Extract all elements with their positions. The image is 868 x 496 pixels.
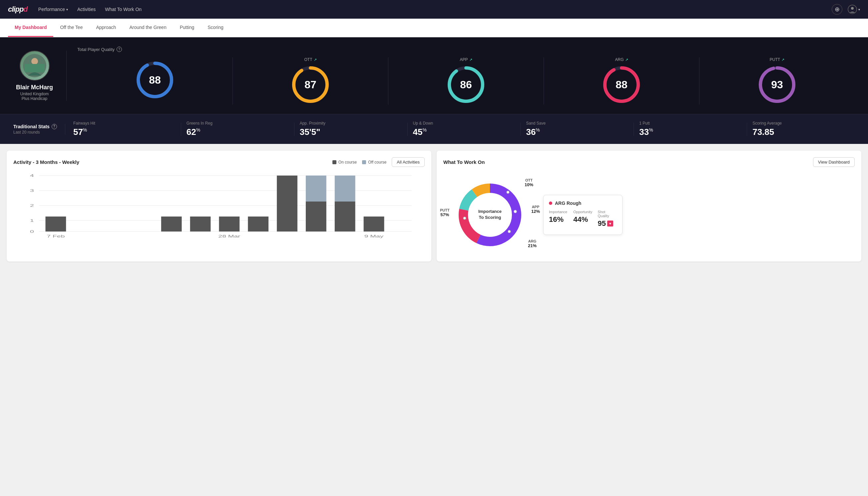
metric-opportunity: Opportunity 44% <box>573 210 592 228</box>
stats-help-icon[interactable]: ? <box>52 124 57 129</box>
logo-text: clipp <box>8 5 23 13</box>
legend-off-course: Off course <box>362 160 386 165</box>
stat-divider-1 <box>181 123 181 136</box>
activity-panel-header: Activity - 3 Months - Weekly On course O… <box>13 157 425 167</box>
donut-arg-label: ARG 21% <box>528 239 537 248</box>
metric-shot-quality: Shot Quality 95 ▼ <box>598 210 617 228</box>
logo[interactable]: clippd <box>8 5 28 14</box>
tab-off-the-tee[interactable]: Off the Tee <box>53 19 89 37</box>
legend-on-course: On course <box>332 160 357 165</box>
gauge-arg-value: 88 <box>616 79 628 91</box>
tab-putting[interactable]: Putting <box>173 19 201 37</box>
gauge-arg-circle: 88 <box>601 65 642 105</box>
stat-fairways-hit: Fairways Hit 57% <box>73 121 175 137</box>
nav-right: ⊕ ▾ <box>832 4 860 15</box>
stat-app-proximity: App. Proximity 35'5" <box>300 121 402 137</box>
bar-w1-on <box>45 217 66 232</box>
player-name: Blair McHarg <box>16 84 53 91</box>
tabs-bar: My Dashboard Off the Tee Approach Around… <box>0 19 868 37</box>
gauge-total-value: 88 <box>149 74 161 86</box>
performance-chevron-icon: ▾ <box>66 7 68 11</box>
stat-sand-save: Sand Save 36% <box>526 121 628 137</box>
stats-bar: Traditional Stats ? Last 20 rounds Fairw… <box>0 114 868 144</box>
arg-rough-dot <box>549 202 552 205</box>
bar-w12-on <box>364 217 384 232</box>
gauge-app-value: 86 <box>460 79 472 91</box>
avatar-icon <box>848 5 857 14</box>
stat-1-putt: 1 Putt 33% <box>639 121 741 137</box>
navbar: clippd Performance ▾ Activities What To … <box>0 0 868 19</box>
quality-section: Total Player Quality ? 88 OTT ↗ <box>77 47 855 105</box>
hero-section: Blair McHarg United Kingdom Plus Handica… <box>0 37 868 114</box>
svg-point-3 <box>31 58 38 65</box>
bar-w11-off <box>335 175 356 202</box>
bar-w7-on <box>219 217 240 232</box>
add-button[interactable]: ⊕ <box>832 4 842 15</box>
gauge-arg: ARG ↗ 88 <box>544 57 699 105</box>
legend-on-course-dot <box>332 160 336 164</box>
gauge-app: APP ↗ 86 <box>388 57 544 105</box>
bar-w5-on <box>161 217 182 232</box>
stat-divider-2 <box>294 123 295 136</box>
user-chevron-icon: ▾ <box>858 7 860 11</box>
putt-trend-icon: ↗ <box>782 58 784 62</box>
ott-trend-icon: ↗ <box>314 58 317 62</box>
svg-text:28 Mar: 28 Mar <box>218 234 240 238</box>
work-on-panel-title: What To Work On <box>443 159 485 165</box>
activity-panel-title: Activity - 3 Months - Weekly <box>13 159 79 165</box>
nav-links: Performance ▾ Activities What To Work On <box>38 1 821 17</box>
bottom-panels: Activity - 3 Months - Weekly On course O… <box>0 144 868 268</box>
donut-section: Importance To Scoring OTT 10% <box>443 172 855 255</box>
tab-around-the-green[interactable]: Around the Green <box>123 19 173 37</box>
gauge-ott: OTT ↗ 87 <box>233 57 388 105</box>
shot-quality-flag-icon: ▼ <box>607 220 613 227</box>
arg-trend-icon: ↗ <box>625 58 628 62</box>
work-on-panel: What To Work On View Dashboard <box>437 151 861 262</box>
donut-ott-dot <box>507 191 509 193</box>
activity-chart-svg: 4 3 2 1 0 <box>13 172 425 239</box>
gauge-ott-circle: 87 <box>290 65 330 105</box>
stat-divider-3 <box>407 123 408 136</box>
bar-w10-on <box>306 202 327 232</box>
stat-divider-5 <box>633 123 634 136</box>
player-handicap: Plus Handicap <box>22 96 47 101</box>
help-icon[interactable]: ? <box>116 47 122 52</box>
tab-scoring[interactable]: Scoring <box>201 19 230 37</box>
nav-performance[interactable]: Performance ▾ <box>38 1 68 17</box>
legend-off-course-dot <box>362 160 366 164</box>
bar-w11-on <box>335 202 356 232</box>
donut-app-dot <box>514 210 517 213</box>
svg-text:2: 2 <box>30 203 34 207</box>
player-avatar-image <box>23 54 46 77</box>
quality-title: Total Player Quality ? <box>77 47 855 52</box>
all-activities-button[interactable]: All Activities <box>392 157 425 167</box>
activity-panel-controls: On course Off course All Activities <box>332 157 425 167</box>
bar-w6-on <box>190 217 211 232</box>
stat-divider-4 <box>520 123 521 136</box>
arg-rough-title: ARG Rough <box>549 201 617 206</box>
donut-ott-label: OTT 10% <box>525 178 533 187</box>
svg-text:0: 0 <box>30 230 34 233</box>
donut-arg-dot <box>508 230 510 233</box>
stat-greens-in-reg: Greens In Reg 62% <box>187 121 289 137</box>
metric-importance: Importance 16% <box>549 210 568 228</box>
stat-up-down: Up & Down 45% <box>413 121 515 137</box>
tab-approach[interactable]: Approach <box>89 19 123 37</box>
donut-putt-dot <box>463 217 466 219</box>
svg-text:7 Feb: 7 Feb <box>47 234 65 238</box>
nav-activities[interactable]: Activities <box>77 1 96 17</box>
donut-center-label-1: Importance <box>478 209 502 214</box>
view-dashboard-button[interactable]: View Dashboard <box>813 157 855 167</box>
app-trend-icon: ↗ <box>469 58 472 62</box>
work-on-panel-header: What To Work On View Dashboard <box>443 157 855 167</box>
arg-rough-metrics: Importance 16% Opportunity 44% Shot Qual… <box>549 210 617 228</box>
svg-text:3: 3 <box>30 188 34 192</box>
user-menu-button[interactable]: ▾ <box>848 5 860 14</box>
donut-center-label-2: To Scoring <box>479 215 501 220</box>
tab-my-dashboard[interactable]: My Dashboard <box>8 19 53 37</box>
stat-divider-6 <box>747 123 747 136</box>
svg-rect-4 <box>25 64 45 72</box>
nav-what-to-work-on[interactable]: What To Work On <box>105 1 142 17</box>
donut-putt-label: PUTT 57% <box>440 208 449 217</box>
bar-w9-on <box>277 175 297 232</box>
